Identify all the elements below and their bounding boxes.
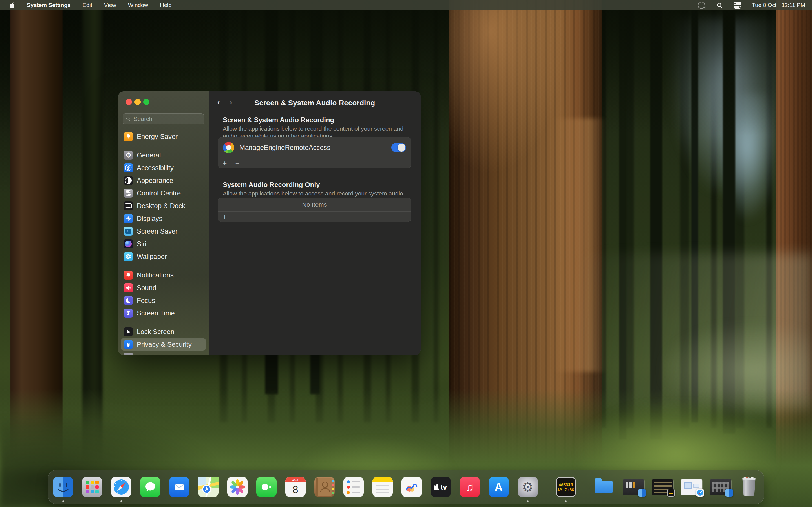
freeform-icon <box>402 477 422 497</box>
audio-recording-app-list: No Items + − <box>218 198 411 222</box>
menu-help[interactable]: Help <box>160 2 171 8</box>
dock-launchpad[interactable] <box>82 477 102 497</box>
control-centre-icon[interactable] <box>734 2 741 9</box>
dock-reminders[interactable] <box>343 477 364 497</box>
sidebar-item-siri[interactable]: Siri <box>121 237 206 250</box>
page-title: Screen & System Audio Recording <box>209 99 421 107</box>
desktop-dock-icon <box>124 202 133 210</box>
apple-menu[interactable] <box>10 2 15 8</box>
minimized-window-thumbnail <box>623 479 644 495</box>
finder-icon <box>53 477 73 497</box>
dock-status-widget[interactable]: WARNIN AY 7:36 <box>556 477 576 497</box>
sidebar-item-label: Energy Saver <box>137 133 177 140</box>
dock-minimized-finder-window[interactable] <box>623 477 643 497</box>
messages-icon <box>140 477 160 497</box>
dock-mail[interactable] <box>169 477 190 497</box>
dock-messages[interactable] <box>140 477 160 497</box>
dock-facetime[interactable] <box>256 477 276 497</box>
sidebar-item-label: Desktop & Dock <box>137 202 185 210</box>
search-input[interactable] <box>133 115 201 122</box>
dock-photos[interactable] <box>227 477 248 497</box>
sidebar-item-general[interactable]: ⚙ General <box>121 149 206 161</box>
zoom-button[interactable] <box>143 99 149 105</box>
launchpad-icon <box>82 477 102 497</box>
sidebar-item-lock-screen[interactable]: Lock Screen <box>121 325 206 338</box>
sidebar-item-displays[interactable]: ☀ Displays <box>121 212 206 225</box>
menu-edit[interactable]: Edit <box>83 2 92 8</box>
dock-system-settings[interactable]: ⚙ <box>518 477 538 497</box>
divider <box>231 214 231 219</box>
calendar-day: 8 <box>285 482 306 497</box>
add-app-button[interactable]: + <box>222 158 227 168</box>
dock-freeform[interactable] <box>402 477 422 497</box>
trash-icon <box>739 477 759 497</box>
manageengine-toggle[interactable] <box>391 143 406 152</box>
sidebar-item-login-password[interactable]: Login Password <box>121 351 206 355</box>
manageengine-app-icon <box>223 142 234 153</box>
sidebar-item-label: Wallpaper <box>137 252 167 261</box>
wallpaper-sunlight <box>449 0 567 175</box>
dock-separator <box>585 475 585 499</box>
dock-downloads-folder[interactable] <box>594 477 614 497</box>
settings-content-pane: ‹ › Screen & System Audio Recording Scre… <box>209 91 421 355</box>
dock-finder[interactable] <box>53 477 73 497</box>
menu-clock[interactable]: Tue 8 Oct 12:11 PM <box>752 2 805 8</box>
sidebar-search-field[interactable] <box>123 113 204 124</box>
dock-apple-tv[interactable]: tv <box>430 477 451 497</box>
dock-safari[interactable] <box>111 477 132 497</box>
apple-tv-icon: tv <box>430 477 451 497</box>
settings-sidebar: Energy Saver ⚙ General Accessibility App… <box>118 91 209 355</box>
sidebar-item-notifications[interactable]: Notifications <box>121 269 206 281</box>
traffic-lights <box>126 99 149 105</box>
sidebar-item-label: Screen Saver <box>137 227 177 235</box>
minimized-window-thumbnail <box>710 479 731 495</box>
minimized-window-thumbnail <box>652 479 673 495</box>
spotlight-search-icon[interactable] <box>716 2 723 9</box>
menu-bar: System Settings Edit View Window Help Tu… <box>0 0 812 10</box>
minimize-button[interactable] <box>135 99 141 105</box>
sidebar-item-label: Sound <box>137 284 156 292</box>
sidebar-item-appearance[interactable]: Appearance <box>121 174 206 187</box>
sidebar-item-energy-saver[interactable]: Energy Saver <box>121 130 206 143</box>
appearance-icon <box>124 176 133 185</box>
remove-app-button[interactable]: − <box>235 158 240 168</box>
sidebar-item-wallpaper[interactable]: Wallpaper <box>121 250 206 263</box>
status-widget-icon: WARNIN AY 7:36 <box>556 477 576 497</box>
sidebar-item-label: Notifications <box>137 271 174 279</box>
sidebar-item-screen-time[interactable]: Screen Time <box>121 307 206 320</box>
hourglass-icon <box>124 309 133 318</box>
add-app-button[interactable]: + <box>222 212 227 222</box>
dock-music[interactable]: ♫ <box>460 477 480 497</box>
dock-calendar[interactable]: OCT 8 <box>285 477 306 497</box>
dock-minimized-safari-window[interactable] <box>681 477 701 497</box>
remove-app-button[interactable]: − <box>235 212 240 222</box>
section-description: Allow the applications below to access a… <box>223 190 409 197</box>
dock-minimized-finder-window-2[interactable] <box>710 477 730 497</box>
reminders-icon <box>343 477 364 497</box>
menu-view[interactable]: View <box>104 2 116 8</box>
menu-app-name[interactable]: System Settings <box>27 2 71 8</box>
sidebar-item-accessibility[interactable]: Accessibility <box>121 161 206 174</box>
remote-session-icon[interactable] <box>698 2 705 9</box>
gear-glyph: ⚙ <box>522 480 534 495</box>
bell-icon <box>124 271 133 280</box>
dock-app-store[interactable]: A <box>489 477 509 497</box>
sidebar-item-privacy-security[interactable]: Privacy & Security <box>121 338 206 351</box>
sidebar-item-screen-saver[interactable]: ☾ Screen Saver <box>121 225 206 237</box>
energy-saver-icon <box>124 132 133 141</box>
dock-maps[interactable] <box>198 477 218 497</box>
dock-notes[interactable] <box>372 477 393 497</box>
menu-window[interactable]: Window <box>128 2 148 8</box>
dock-minimized-terminal-window[interactable] <box>652 477 672 497</box>
sidebar-item-control-centre[interactable]: Control Centre <box>121 187 206 200</box>
flower-icon <box>124 252 133 261</box>
dock-contacts[interactable] <box>314 477 335 497</box>
sidebar-item-desktop-dock[interactable]: Desktop & Dock <box>121 200 206 212</box>
close-button[interactable] <box>126 99 132 105</box>
sidebar-item-sound[interactable]: Sound <box>121 281 206 294</box>
dock-trash[interactable] <box>739 477 759 497</box>
dock-separator <box>547 475 547 499</box>
sidebar-item-focus[interactable]: Focus <box>121 294 206 307</box>
menu-time: 12:11 PM <box>781 2 805 8</box>
lock-icon <box>124 327 133 336</box>
